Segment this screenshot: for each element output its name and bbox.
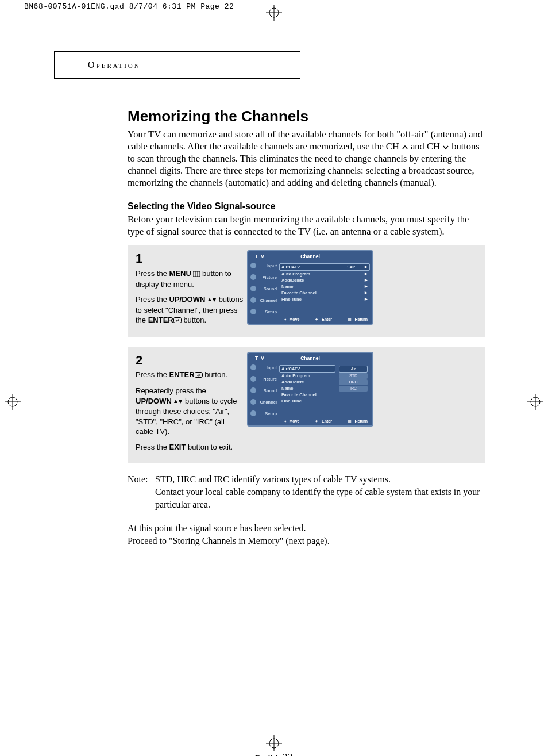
osd-sidebar-channel: Channel: [250, 398, 278, 407]
osd-menu-row-finetune: Fine Tune: [281, 398, 333, 404]
up-down-arrows-icon: [207, 295, 217, 305]
osd-menu-row-favorite: Favorite Channel: [281, 392, 333, 398]
osd-menu-row-autoprogram: Auto Program▶: [281, 271, 368, 277]
step-2-line-1: Press the ENTER button.: [136, 370, 244, 381]
step-1: 1 Press the MENU button to display the m…: [128, 245, 485, 336]
svg-marker-16: [213, 298, 216, 302]
osd-sidebar-input: Input: [250, 262, 278, 271]
note-label: Note:: [128, 473, 155, 511]
ch-down-icon: [442, 141, 449, 153]
chevron-right-icon: ▶: [365, 283, 368, 290]
chevron-right-icon: ▶: [365, 290, 368, 296]
osd-sidebar-channel: Channel: [250, 296, 278, 305]
up-down-arrows-icon: [173, 397, 183, 407]
intro-paragraph: Your TV can memorize and store all of th…: [128, 129, 485, 189]
subhead-paragraph: Before your television can begin memoriz…: [128, 214, 485, 237]
chevron-right-icon: ▶: [365, 296, 368, 302]
osd-option-irc: IRC: [339, 386, 368, 392]
osd-option-air: Air: [339, 366, 368, 373]
osd-menu-row-adddelete: Add/Delete▶: [281, 277, 368, 283]
osd-sidebar-sound: Sound: [250, 386, 278, 396]
osd-sidebar: Input Picture Sound Channel Setup: [250, 262, 278, 319]
osd-footer-enter: ↵ Enter: [314, 419, 332, 424]
osd-menu: Air/CATV Auto Program Add/Delete Name Fa…: [281, 366, 333, 404]
step-2-line-3: Press the EXIT button to exit.: [136, 442, 244, 452]
osd-option-std: STD: [339, 373, 368, 379]
svg-marker-19: [174, 400, 177, 403]
enter-icon: [173, 316, 182, 326]
osd-sidebar-setup: Setup: [250, 409, 278, 419]
step-2-number: 2: [136, 352, 244, 369]
osd-menu-row-name: Name: [281, 385, 333, 392]
step-2-line-2: Repeatedly press the UP/DOWN buttons to …: [136, 386, 244, 437]
osd-footer-move: ♦ Move: [283, 419, 299, 424]
osd-menu-row-favorite: Favorite Channel▶: [281, 290, 368, 296]
ch-up-icon: [402, 141, 408, 153]
osd-sidebar: Input Picture Sound Channel Setup: [250, 363, 278, 421]
osd-footer-return: ▥ Return: [346, 317, 368, 322]
osd-menu-row-aircatv: Air/CATV : Air ▶: [279, 263, 370, 271]
note: Note: STD, HRC and IRC identify various …: [128, 473, 485, 511]
svg-rect-17: [173, 318, 181, 323]
chevron-right-icon: ▶: [365, 277, 368, 283]
osd-footer-return: ▥ Return: [346, 419, 368, 424]
step-1-line-2: Press the UP/DOWN buttons to select "Cha…: [136, 294, 244, 326]
step-1-line-1: Press the MENU button to display the men…: [136, 268, 244, 289]
step-1-number: 1: [136, 250, 244, 267]
section-tab: Operation: [54, 51, 300, 79]
osd-options: Air STD HRC IRC: [339, 366, 368, 392]
osd-sidebar-input: Input: [250, 363, 278, 373]
osd-footer-enter: ↵ Enter: [314, 317, 332, 322]
svg-rect-18: [195, 373, 202, 378]
osd-screenshot-1: T V Channel Input Picture Sound Channel …: [247, 250, 373, 325]
osd-footer: ♦ Move ↵ Enter ▥ Return: [283, 419, 368, 424]
osd-menu-row-finetune: Fine Tune▶: [281, 296, 368, 302]
page-footer: English-22: [0, 752, 548, 756]
osd-footer: ♦ Move ↵ Enter ▥ Return: [283, 317, 368, 322]
chevron-right-icon: ▶: [365, 271, 368, 277]
osd-menu-row-adddelete: Add/Delete: [281, 379, 333, 385]
chevron-right-icon: ▶: [365, 264, 368, 270]
osd-option-hrc: HRC: [339, 379, 368, 385]
svg-marker-20: [179, 400, 182, 404]
osd-menu-row-autoprogram: Auto Program: [281, 373, 333, 379]
enter-icon: [195, 370, 203, 381]
osd-title: Channel: [248, 254, 372, 259]
osd-title: Channel: [248, 355, 372, 361]
footer-page-number: 22: [283, 752, 293, 756]
section-tab-label: Operation: [88, 60, 141, 70]
svg-marker-15: [208, 298, 211, 301]
osd-screenshot-2: T V Channel Input Picture Sound Channel …: [247, 352, 373, 427]
subhead: Selecting the Video Signal-source: [128, 201, 485, 212]
note-body: STD, HRC and IRC identify various types …: [155, 473, 485, 511]
step-2: 2 Press the ENTER button. Repeatedly pre…: [128, 347, 485, 463]
osd-footer-move: ♦ Move: [283, 317, 299, 322]
osd-menu-row-aircatv: Air/CATV: [279, 365, 335, 373]
menu-icon: [193, 269, 200, 279]
closing-paragraph: At this point the signal source has been…: [128, 522, 485, 547]
osd-sidebar-setup: Setup: [250, 308, 278, 317]
page-title: Memorizing the Channels: [128, 108, 485, 125]
svg-rect-12: [193, 271, 200, 277]
osd-menu-row-name: Name▶: [281, 283, 368, 290]
osd-menu: Air/CATV : Air ▶ Auto Program▶ Add/Delet…: [281, 264, 368, 302]
osd-sidebar-sound: Sound: [250, 285, 278, 294]
osd-sidebar-picture: Picture: [250, 273, 278, 282]
osd-sidebar-picture: Picture: [250, 375, 278, 384]
